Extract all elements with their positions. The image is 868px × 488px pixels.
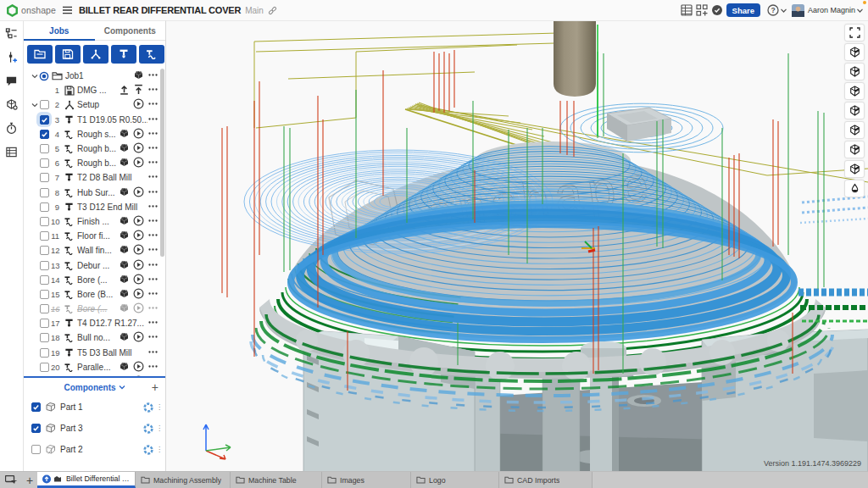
row-checkbox[interactable] (39, 158, 49, 169)
row-menu-icon[interactable] (147, 347, 159, 359)
share-button[interactable]: Share (726, 3, 760, 17)
row-menu-icon[interactable] (147, 288, 159, 301)
job-tree-row-wall-fin[interactable]: 12Wall fin... (24, 243, 165, 258)
job-tree-row-paralle[interactable]: 20Paralle... (24, 360, 165, 374)
row-checkbox[interactable] (39, 319, 49, 329)
row-menu-icon[interactable] (147, 114, 159, 126)
view-cube-button[interactable] (844, 121, 865, 139)
components-header[interactable]: Components (64, 383, 115, 392)
tab-manager-button[interactable] (0, 472, 22, 488)
play-icon[interactable] (133, 361, 144, 374)
row-checkbox[interactable] (39, 173, 49, 183)
row-checkbox[interactable] (39, 289, 49, 299)
row-menu-icon[interactable] (147, 317, 159, 330)
bottom-tab-logo[interactable]: Logo (411, 472, 499, 488)
tree-scrollbar[interactable] (160, 69, 164, 257)
simulate-icon[interactable] (119, 288, 130, 301)
job-tree-row-t4-d12-7-r1-27[interactable]: 17T4 D12.7 R1.27... (24, 316, 165, 330)
job-tree-row-t1-d19-05-r0-50[interactable]: 3T1 D19.05 R0.50... (24, 113, 165, 127)
view-cube-button[interactable] (844, 141, 865, 158)
play-icon[interactable] (133, 331, 144, 344)
simulate-icon[interactable] (119, 215, 130, 228)
job-tree-row-bull-no[interactable]: 18Bull no... (24, 330, 165, 345)
avatar[interactable] (792, 4, 804, 17)
play-icon[interactable] (133, 186, 144, 199)
row-menu-icon[interactable] (147, 259, 159, 272)
simulate-icon[interactable] (119, 244, 130, 257)
row-checkbox[interactable] (39, 202, 49, 212)
row-menu-icon[interactable] (147, 69, 159, 82)
add-tab-button[interactable]: + (22, 472, 37, 488)
row-checkbox[interactable] (39, 304, 49, 314)
component-checkbox[interactable] (31, 424, 41, 434)
job-tree-row-bore[interactable]: 16Bore (... (24, 302, 165, 316)
job-tree-row-hub-sur[interactable]: 8Hub Sur... (24, 186, 165, 200)
dice-icon[interactable] (5, 98, 18, 114)
simulate-icon[interactable] (119, 142, 130, 155)
row-checkbox[interactable] (39, 362, 49, 372)
component-row-part-1[interactable]: Part 1⋮ (24, 396, 165, 418)
play-icon[interactable] (133, 288, 144, 301)
simulate-icon[interactable] (119, 259, 130, 272)
custom-features-icon[interactable] (5, 51, 18, 67)
job-tree-row-floor-fi[interactable]: 11Floor fi... (24, 229, 165, 243)
play-icon[interactable] (133, 98, 144, 111)
row-checkbox[interactable] (39, 129, 49, 139)
row-menu-icon[interactable] (147, 331, 159, 344)
component-checkbox[interactable] (31, 445, 41, 455)
properties-table-icon[interactable] (681, 4, 693, 16)
comments-icon[interactable] (5, 75, 18, 91)
play-icon[interactable] (133, 274, 144, 286)
row-menu-icon[interactable] (147, 98, 159, 111)
job-tree-row-t3-d12-end-mill[interactable]: 9T3 D12 End Mill (24, 200, 165, 214)
simulate-icon[interactable] (119, 274, 130, 286)
configurations-icon[interactable] (5, 27, 18, 43)
simulate-icon[interactable] (119, 302, 130, 315)
job-tree-row-t2-d8-ball-mill[interactable]: 7T2 D8 Ball Mill (24, 170, 165, 185)
job-tree-row-setup[interactable]: 2Setup (24, 97, 165, 112)
play-icon[interactable] (133, 215, 144, 228)
simulate-icon[interactable] (133, 69, 144, 82)
row-checkbox[interactable] (39, 144, 49, 154)
toolbar-tool-button[interactable] (111, 45, 136, 64)
play-icon[interactable] (133, 244, 144, 257)
row-menu-icon[interactable] (147, 302, 159, 315)
row-checkbox[interactable] (39, 347, 49, 358)
view-cube-button[interactable] (844, 43, 865, 61)
job-tree-row-rough-b[interactable]: 6Rough b... (24, 156, 165, 170)
bottom-tab-machining-assembly[interactable]: Machining Assembly (136, 472, 231, 488)
row-menu-icon[interactable] (147, 215, 159, 228)
row-checkbox[interactable] (39, 274, 49, 285)
row-menu-icon[interactable] (147, 361, 159, 374)
toolbar-folder-button[interactable] (27, 45, 53, 64)
row-checkbox[interactable] (39, 100, 49, 110)
sync-status-icon[interactable] (711, 4, 723, 16)
radio-selected[interactable] (39, 71, 49, 81)
play-icon[interactable] (133, 128, 144, 141)
job-tree-row-t5-d3-ball-mill[interactable]: 19T5 D3 Ball Mill (24, 346, 165, 360)
help-caret-icon[interactable] (781, 8, 787, 13)
view-cube-button[interactable] (844, 82, 865, 100)
link-icon[interactable] (268, 6, 277, 15)
view-cube-button[interactable] (844, 102, 865, 119)
onshape-logo[interactable]: onshape (6, 4, 56, 17)
component-row-part-3[interactable]: Part 3⋮ (24, 418, 165, 439)
row-checkbox[interactable] (39, 333, 49, 343)
drag-handle[interactable]: ⋮ (156, 403, 163, 411)
simulate-icon[interactable] (119, 331, 130, 344)
row-menu-icon[interactable] (147, 128, 159, 141)
component-checkbox[interactable] (31, 402, 41, 413)
view-cube-button[interactable] (844, 63, 865, 80)
job-tree-row-rough-b[interactable]: 5Rough b... (24, 141, 165, 156)
bottom-tab-cad-imports[interactable]: CAD Imports (499, 472, 593, 488)
row-menu-icon[interactable] (147, 142, 159, 155)
job-tree-row-finish[interactable]: 10Finish ... (24, 214, 165, 229)
view-cube-button[interactable] (844, 160, 865, 178)
row-menu-icon[interactable] (147, 201, 159, 214)
drag-handle[interactable]: ⋮ (156, 424, 163, 432)
play-icon[interactable] (133, 259, 144, 272)
row-checkbox[interactable] (39, 216, 49, 226)
upload-top-icon[interactable] (133, 84, 144, 97)
menu-icon[interactable] (63, 6, 72, 14)
job-tree-row-job1[interactable]: Job1 (24, 69, 165, 83)
